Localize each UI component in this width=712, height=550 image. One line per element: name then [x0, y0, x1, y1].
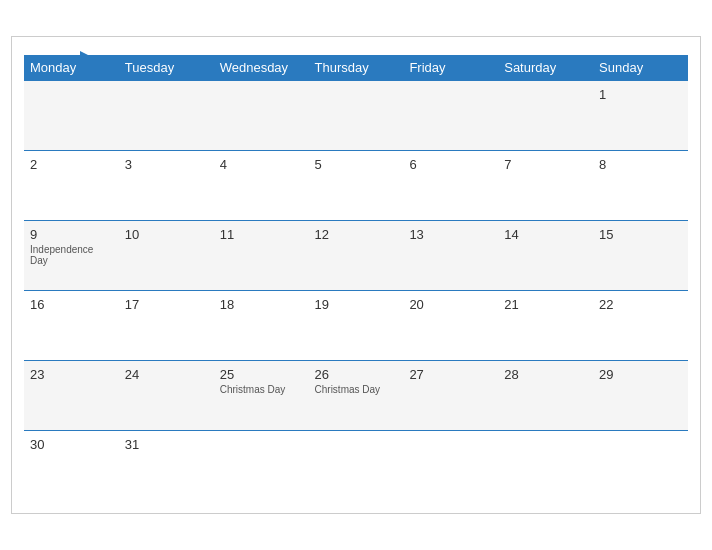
- day-number: 23: [30, 367, 113, 382]
- holiday-label: Christmas Day: [220, 384, 303, 395]
- calendar-cell: 8: [593, 151, 688, 221]
- day-number: 6: [409, 157, 492, 172]
- day-number: 10: [125, 227, 208, 242]
- day-number: 29: [599, 367, 682, 382]
- day-number: 13: [409, 227, 492, 242]
- calendar-cell: 6: [403, 151, 498, 221]
- calendar-cell: [24, 81, 119, 151]
- calendar-header-row: MondayTuesdayWednesdayThursdayFridaySatu…: [24, 55, 688, 81]
- weekday-header-monday: Monday: [24, 55, 119, 81]
- calendar-cell: 25Christmas Day: [214, 361, 309, 431]
- day-number: 27: [409, 367, 492, 382]
- day-number: 28: [504, 367, 587, 382]
- day-number: 15: [599, 227, 682, 242]
- day-number: 22: [599, 297, 682, 312]
- calendar-cell: 19: [309, 291, 404, 361]
- calendar-cell: 22: [593, 291, 688, 361]
- calendar-cell: [214, 431, 309, 501]
- weekday-header-friday: Friday: [403, 55, 498, 81]
- holiday-label: Independence Day: [30, 244, 113, 266]
- day-number: 8: [599, 157, 682, 172]
- day-number: 12: [315, 227, 398, 242]
- calendar: MondayTuesdayWednesdayThursdayFridaySatu…: [11, 36, 701, 514]
- day-number: 24: [125, 367, 208, 382]
- calendar-cell: 14: [498, 221, 593, 291]
- day-number: 19: [315, 297, 398, 312]
- calendar-cell: 31: [119, 431, 214, 501]
- calendar-week-5: 3031: [24, 431, 688, 501]
- calendar-cell: [403, 81, 498, 151]
- calendar-cell: 30: [24, 431, 119, 501]
- calendar-cell: [593, 431, 688, 501]
- calendar-body: 123456789Independence Day101112131415161…: [24, 81, 688, 501]
- calendar-cell: [309, 81, 404, 151]
- calendar-cell: 20: [403, 291, 498, 361]
- day-number: 31: [125, 437, 208, 452]
- day-number: 5: [315, 157, 398, 172]
- holiday-label: Christmas Day: [315, 384, 398, 395]
- calendar-cell: 24: [119, 361, 214, 431]
- calendar-cell: [498, 81, 593, 151]
- calendar-cell: [309, 431, 404, 501]
- day-number: 7: [504, 157, 587, 172]
- calendar-cell: 2: [24, 151, 119, 221]
- weekday-header-tuesday: Tuesday: [119, 55, 214, 81]
- calendar-cell: [214, 81, 309, 151]
- day-number: 1: [599, 87, 682, 102]
- day-number: 18: [220, 297, 303, 312]
- calendar-week-1: 2345678: [24, 151, 688, 221]
- calendar-cell: 11: [214, 221, 309, 291]
- calendar-cell: 26Christmas Day: [309, 361, 404, 431]
- calendar-cell: 13: [403, 221, 498, 291]
- calendar-cell: [119, 81, 214, 151]
- calendar-table: MondayTuesdayWednesdayThursdayFridaySatu…: [24, 55, 688, 501]
- calendar-cell: 17: [119, 291, 214, 361]
- logo-flag-icon: [78, 49, 96, 67]
- weekday-header-sunday: Sunday: [593, 55, 688, 81]
- calendar-week-4: 232425Christmas Day26Christmas Day272829: [24, 361, 688, 431]
- weekday-header-wednesday: Wednesday: [214, 55, 309, 81]
- calendar-cell: [403, 431, 498, 501]
- day-number: 20: [409, 297, 492, 312]
- day-number: 11: [220, 227, 303, 242]
- day-number: 3: [125, 157, 208, 172]
- weekday-header-saturday: Saturday: [498, 55, 593, 81]
- calendar-cell: 9Independence Day: [24, 221, 119, 291]
- calendar-cell: 1: [593, 81, 688, 151]
- day-number: 21: [504, 297, 587, 312]
- calendar-cell: 5: [309, 151, 404, 221]
- calendar-cell: 27: [403, 361, 498, 431]
- day-number: 16: [30, 297, 113, 312]
- day-number: 30: [30, 437, 113, 452]
- day-number: 2: [30, 157, 113, 172]
- calendar-cell: 16: [24, 291, 119, 361]
- calendar-cell: 18: [214, 291, 309, 361]
- day-number: 14: [504, 227, 587, 242]
- day-number: 25: [220, 367, 303, 382]
- calendar-cell: 7: [498, 151, 593, 221]
- day-number: 17: [125, 297, 208, 312]
- calendar-week-3: 16171819202122: [24, 291, 688, 361]
- calendar-cell: 28: [498, 361, 593, 431]
- svg-marker-0: [80, 51, 94, 65]
- calendar-cell: 29: [593, 361, 688, 431]
- calendar-cell: 10: [119, 221, 214, 291]
- calendar-cell: 15: [593, 221, 688, 291]
- calendar-cell: 3: [119, 151, 214, 221]
- calendar-cell: [498, 431, 593, 501]
- day-number: 26: [315, 367, 398, 382]
- day-number: 4: [220, 157, 303, 172]
- calendar-cell: 23: [24, 361, 119, 431]
- calendar-week-2: 9Independence Day101112131415: [24, 221, 688, 291]
- day-number: 9: [30, 227, 113, 242]
- calendar-cell: 21: [498, 291, 593, 361]
- calendar-cell: 12: [309, 221, 404, 291]
- calendar-cell: 4: [214, 151, 309, 221]
- calendar-week-0: 1: [24, 81, 688, 151]
- weekday-header-thursday: Thursday: [309, 55, 404, 81]
